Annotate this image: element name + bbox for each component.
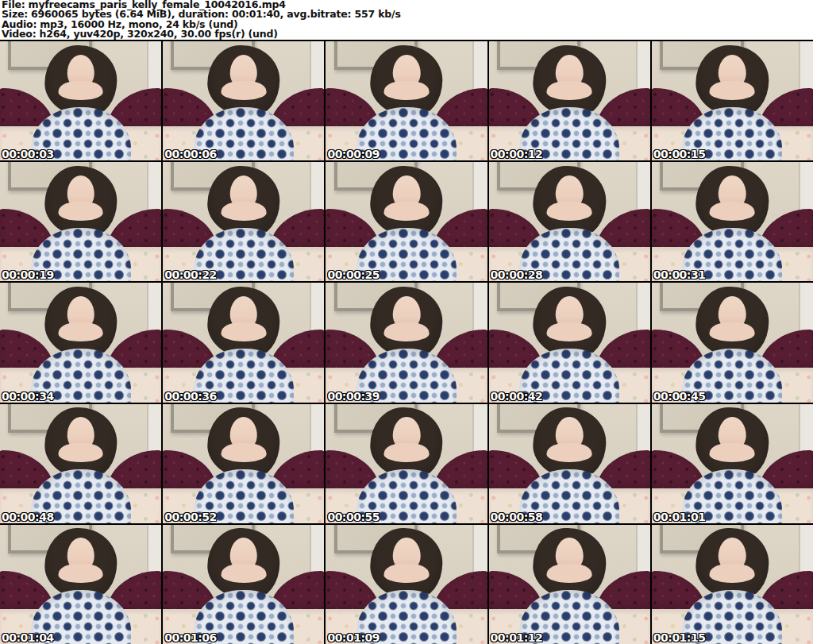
person-chest — [384, 202, 430, 221]
timestamp-label: 00:00:31 — [653, 268, 706, 281]
video-thumbnail: 00:00:36 — [163, 283, 324, 402]
timestamp-label: 00:00:48 — [2, 511, 54, 523]
thumbnail-grid: 00:00:03 00:00:06 00:00:09 00:00 — [0, 40, 813, 644]
timestamp-label: 00:00:39 — [327, 390, 380, 403]
video-value: h264, yuv420p, 320x240, 30.00 fps(r) (un… — [40, 28, 278, 40]
video-thumbnail: 00:00:34 — [0, 283, 161, 402]
person-chest — [58, 202, 103, 221]
timestamp-label: 00:01:09 — [327, 631, 380, 644]
video-thumbnail: 00:00:45 — [652, 283, 813, 402]
timestamp-label: 00:00:06 — [164, 148, 217, 160]
person-chest — [547, 564, 592, 583]
person-chest — [547, 81, 592, 100]
person-chest — [547, 443, 592, 462]
video-thumbnail: 00:00:28 — [489, 162, 650, 281]
person-chest — [710, 564, 755, 583]
video-thumbnail: 00:00:22 — [163, 162, 324, 281]
video-label: Video: — [2, 28, 37, 40]
timestamp-label: 00:00:36 — [164, 390, 217, 403]
timestamp-label: 00:00:34 — [2, 390, 54, 403]
video-thumbnail: 00:00:12 — [489, 41, 650, 160]
person-chest — [710, 322, 755, 341]
timestamp-label: 00:00:15 — [653, 148, 706, 160]
video-thumbnail: 00:01:01 — [652, 404, 813, 523]
metadata-line-video: Video:h264, yuv420p, 320x240, 30.00 fps(… — [2, 29, 813, 39]
timestamp-label: 00:00:42 — [491, 390, 543, 403]
video-thumbnail: 00:01:09 — [326, 525, 487, 644]
contact-sheet: File:myfreecams_paris_kelly_female_10042… — [0, 0, 813, 644]
timestamp-label: 00:00:45 — [653, 390, 706, 403]
person-chest — [710, 202, 755, 221]
timestamp-label: 00:01:12 — [491, 631, 543, 644]
person-chest — [221, 443, 266, 462]
timestamp-label: 00:00:52 — [164, 511, 217, 523]
person-chest — [547, 322, 592, 341]
person-chest — [58, 443, 103, 462]
timestamp-label: 00:00:09 — [327, 148, 380, 160]
person-chest — [710, 81, 755, 100]
person-chest — [58, 81, 103, 100]
video-thumbnail: 00:01:12 — [489, 525, 650, 644]
video-thumbnail: 00:01:06 — [163, 525, 324, 644]
person-chest — [221, 564, 266, 583]
video-thumbnail: 00:00:39 — [326, 283, 487, 402]
video-thumbnail: 00:00:42 — [489, 283, 650, 402]
timestamp-label: 00:00:58 — [491, 511, 543, 523]
timestamp-label: 00:00:28 — [491, 268, 543, 281]
video-thumbnail: 00:00:52 — [163, 404, 324, 523]
video-thumbnail: 00:00:06 — [163, 41, 324, 160]
video-thumbnail: 00:00:48 — [0, 404, 161, 523]
timestamp-label: 00:00:19 — [2, 268, 54, 281]
timestamp-label: 00:00:55 — [327, 511, 380, 523]
person-chest — [221, 322, 266, 341]
person-chest — [384, 81, 430, 100]
video-thumbnail: 00:00:03 — [0, 41, 161, 160]
person-chest — [710, 443, 755, 462]
video-thumbnail: 00:00:55 — [326, 404, 487, 523]
video-thumbnail: 00:00:15 — [652, 41, 813, 160]
video-thumbnail: 00:00:31 — [652, 162, 813, 281]
person-chest — [547, 202, 592, 221]
person-chest — [384, 564, 430, 583]
file-info-header: File:myfreecams_paris_kelly_female_10042… — [0, 0, 813, 40]
person-chest — [58, 322, 103, 341]
video-thumbnail: 00:00:25 — [326, 162, 487, 281]
timestamp-label: 00:00:03 — [2, 148, 54, 160]
timestamp-label: 00:00:25 — [327, 268, 380, 281]
timestamp-label: 00:00:12 — [491, 148, 543, 160]
video-thumbnail: 00:00:58 — [489, 404, 650, 523]
video-thumbnail: 00:00:09 — [326, 41, 487, 160]
timestamp-label: 00:00:22 — [164, 268, 217, 281]
video-thumbnail: 00:00:19 — [0, 162, 161, 281]
timestamp-label: 00:01:06 — [164, 631, 217, 644]
person-chest — [384, 443, 430, 462]
timestamp-label: 00:01:04 — [2, 631, 54, 644]
video-thumbnail: 00:01:04 — [0, 525, 161, 644]
timestamp-label: 00:01:01 — [653, 511, 706, 523]
person-chest — [221, 81, 266, 100]
person-chest — [384, 322, 430, 341]
person-chest — [58, 564, 103, 583]
timestamp-label: 00:01:15 — [653, 631, 706, 644]
person-chest — [221, 202, 266, 221]
video-thumbnail: 00:01:15 — [652, 525, 813, 644]
